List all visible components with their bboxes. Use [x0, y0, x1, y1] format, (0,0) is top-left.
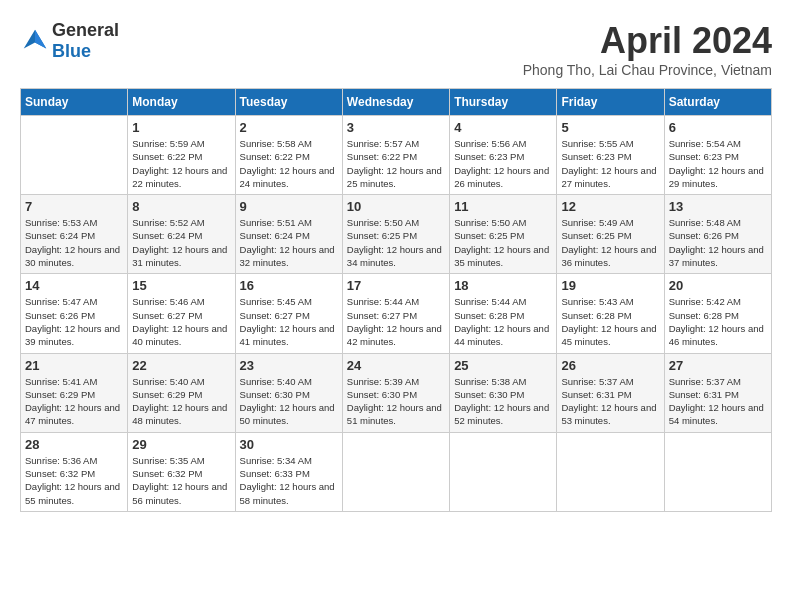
- day-number: 8: [132, 199, 230, 214]
- calendar-cell: 3Sunrise: 5:57 AMSunset: 6:22 PMDaylight…: [342, 116, 449, 195]
- calendar-cell: 18Sunrise: 5:44 AMSunset: 6:28 PMDayligh…: [450, 274, 557, 353]
- calendar-cell: 22Sunrise: 5:40 AMSunset: 6:29 PMDayligh…: [128, 353, 235, 432]
- day-number: 27: [669, 358, 767, 373]
- day-info: Sunrise: 5:50 AMSunset: 6:25 PMDaylight:…: [347, 216, 445, 269]
- day-info: Sunrise: 5:47 AMSunset: 6:26 PMDaylight:…: [25, 295, 123, 348]
- calendar-cell: 2Sunrise: 5:58 AMSunset: 6:22 PMDaylight…: [235, 116, 342, 195]
- calendar-cell: 6Sunrise: 5:54 AMSunset: 6:23 PMDaylight…: [664, 116, 771, 195]
- calendar-cell: 20Sunrise: 5:42 AMSunset: 6:28 PMDayligh…: [664, 274, 771, 353]
- day-number: 2: [240, 120, 338, 135]
- day-info: Sunrise: 5:45 AMSunset: 6:27 PMDaylight:…: [240, 295, 338, 348]
- calendar-cell: 9Sunrise: 5:51 AMSunset: 6:24 PMDaylight…: [235, 195, 342, 274]
- day-header-sunday: Sunday: [21, 89, 128, 116]
- day-info: Sunrise: 5:37 AMSunset: 6:31 PMDaylight:…: [561, 375, 659, 428]
- day-info: Sunrise: 5:57 AMSunset: 6:22 PMDaylight:…: [347, 137, 445, 190]
- day-info: Sunrise: 5:39 AMSunset: 6:30 PMDaylight:…: [347, 375, 445, 428]
- calendar-cell: 7Sunrise: 5:53 AMSunset: 6:24 PMDaylight…: [21, 195, 128, 274]
- location: Phong Tho, Lai Chau Province, Vietnam: [523, 62, 772, 78]
- week-row-5: 28Sunrise: 5:36 AMSunset: 6:32 PMDayligh…: [21, 432, 772, 511]
- calendar-header: SundayMondayTuesdayWednesdayThursdayFrid…: [21, 89, 772, 116]
- header-row: SundayMondayTuesdayWednesdayThursdayFrid…: [21, 89, 772, 116]
- calendar-cell: 14Sunrise: 5:47 AMSunset: 6:26 PMDayligh…: [21, 274, 128, 353]
- calendar-cell: 26Sunrise: 5:37 AMSunset: 6:31 PMDayligh…: [557, 353, 664, 432]
- day-info: Sunrise: 5:37 AMSunset: 6:31 PMDaylight:…: [669, 375, 767, 428]
- day-number: 15: [132, 278, 230, 293]
- day-info: Sunrise: 5:58 AMSunset: 6:22 PMDaylight:…: [240, 137, 338, 190]
- calendar-cell: 29Sunrise: 5:35 AMSunset: 6:32 PMDayligh…: [128, 432, 235, 511]
- day-number: 20: [669, 278, 767, 293]
- day-header-saturday: Saturday: [664, 89, 771, 116]
- day-number: 25: [454, 358, 552, 373]
- day-info: Sunrise: 5:41 AMSunset: 6:29 PMDaylight:…: [25, 375, 123, 428]
- title-block: April 2024 Phong Tho, Lai Chau Province,…: [523, 20, 772, 78]
- calendar-cell: 10Sunrise: 5:50 AMSunset: 6:25 PMDayligh…: [342, 195, 449, 274]
- day-info: Sunrise: 5:44 AMSunset: 6:28 PMDaylight:…: [454, 295, 552, 348]
- calendar-cell: 21Sunrise: 5:41 AMSunset: 6:29 PMDayligh…: [21, 353, 128, 432]
- day-header-friday: Friday: [557, 89, 664, 116]
- day-number: 1: [132, 120, 230, 135]
- calendar-cell: 17Sunrise: 5:44 AMSunset: 6:27 PMDayligh…: [342, 274, 449, 353]
- day-header-tuesday: Tuesday: [235, 89, 342, 116]
- day-number: 10: [347, 199, 445, 214]
- day-info: Sunrise: 5:49 AMSunset: 6:25 PMDaylight:…: [561, 216, 659, 269]
- logo-text: General Blue: [52, 20, 119, 62]
- day-number: 16: [240, 278, 338, 293]
- day-number: 9: [240, 199, 338, 214]
- day-info: Sunrise: 5:52 AMSunset: 6:24 PMDaylight:…: [132, 216, 230, 269]
- week-row-4: 21Sunrise: 5:41 AMSunset: 6:29 PMDayligh…: [21, 353, 772, 432]
- day-info: Sunrise: 5:55 AMSunset: 6:23 PMDaylight:…: [561, 137, 659, 190]
- month-title: April 2024: [523, 20, 772, 62]
- day-number: 17: [347, 278, 445, 293]
- calendar-cell: 12Sunrise: 5:49 AMSunset: 6:25 PMDayligh…: [557, 195, 664, 274]
- logo-icon: [20, 26, 50, 56]
- calendar-cell: [342, 432, 449, 511]
- day-number: 3: [347, 120, 445, 135]
- day-number: 29: [132, 437, 230, 452]
- day-info: Sunrise: 5:46 AMSunset: 6:27 PMDaylight:…: [132, 295, 230, 348]
- day-number: 21: [25, 358, 123, 373]
- calendar-cell: 11Sunrise: 5:50 AMSunset: 6:25 PMDayligh…: [450, 195, 557, 274]
- day-info: Sunrise: 5:53 AMSunset: 6:24 PMDaylight:…: [25, 216, 123, 269]
- calendar-cell: 13Sunrise: 5:48 AMSunset: 6:26 PMDayligh…: [664, 195, 771, 274]
- day-info: Sunrise: 5:42 AMSunset: 6:28 PMDaylight:…: [669, 295, 767, 348]
- day-header-monday: Monday: [128, 89, 235, 116]
- calendar-cell: 1Sunrise: 5:59 AMSunset: 6:22 PMDaylight…: [128, 116, 235, 195]
- day-number: 13: [669, 199, 767, 214]
- logo: General Blue: [20, 20, 119, 62]
- calendar-cell: [557, 432, 664, 511]
- day-info: Sunrise: 5:40 AMSunset: 6:29 PMDaylight:…: [132, 375, 230, 428]
- calendar-cell: [450, 432, 557, 511]
- day-info: Sunrise: 5:54 AMSunset: 6:23 PMDaylight:…: [669, 137, 767, 190]
- calendar-table: SundayMondayTuesdayWednesdayThursdayFrid…: [20, 88, 772, 512]
- day-number: 26: [561, 358, 659, 373]
- calendar-cell: 8Sunrise: 5:52 AMSunset: 6:24 PMDaylight…: [128, 195, 235, 274]
- calendar-body: 1Sunrise: 5:59 AMSunset: 6:22 PMDaylight…: [21, 116, 772, 512]
- calendar-cell: 24Sunrise: 5:39 AMSunset: 6:30 PMDayligh…: [342, 353, 449, 432]
- calendar-cell: 16Sunrise: 5:45 AMSunset: 6:27 PMDayligh…: [235, 274, 342, 353]
- calendar-cell: 28Sunrise: 5:36 AMSunset: 6:32 PMDayligh…: [21, 432, 128, 511]
- day-number: 12: [561, 199, 659, 214]
- calendar-cell: 27Sunrise: 5:37 AMSunset: 6:31 PMDayligh…: [664, 353, 771, 432]
- calendar-cell: 15Sunrise: 5:46 AMSunset: 6:27 PMDayligh…: [128, 274, 235, 353]
- day-info: Sunrise: 5:50 AMSunset: 6:25 PMDaylight:…: [454, 216, 552, 269]
- day-number: 7: [25, 199, 123, 214]
- day-number: 24: [347, 358, 445, 373]
- calendar-cell: 25Sunrise: 5:38 AMSunset: 6:30 PMDayligh…: [450, 353, 557, 432]
- day-number: 14: [25, 278, 123, 293]
- day-number: 18: [454, 278, 552, 293]
- day-info: Sunrise: 5:56 AMSunset: 6:23 PMDaylight:…: [454, 137, 552, 190]
- logo-blue: Blue: [52, 41, 119, 62]
- svg-marker-1: [35, 30, 46, 49]
- day-number: 19: [561, 278, 659, 293]
- page-header: General Blue April 2024 Phong Tho, Lai C…: [20, 20, 772, 78]
- day-info: Sunrise: 5:59 AMSunset: 6:22 PMDaylight:…: [132, 137, 230, 190]
- calendar-cell: 19Sunrise: 5:43 AMSunset: 6:28 PMDayligh…: [557, 274, 664, 353]
- calendar-cell: 4Sunrise: 5:56 AMSunset: 6:23 PMDaylight…: [450, 116, 557, 195]
- day-number: 22: [132, 358, 230, 373]
- calendar-cell: 5Sunrise: 5:55 AMSunset: 6:23 PMDaylight…: [557, 116, 664, 195]
- day-number: 11: [454, 199, 552, 214]
- calendar-cell: 23Sunrise: 5:40 AMSunset: 6:30 PMDayligh…: [235, 353, 342, 432]
- day-number: 23: [240, 358, 338, 373]
- day-number: 28: [25, 437, 123, 452]
- day-info: Sunrise: 5:38 AMSunset: 6:30 PMDaylight:…: [454, 375, 552, 428]
